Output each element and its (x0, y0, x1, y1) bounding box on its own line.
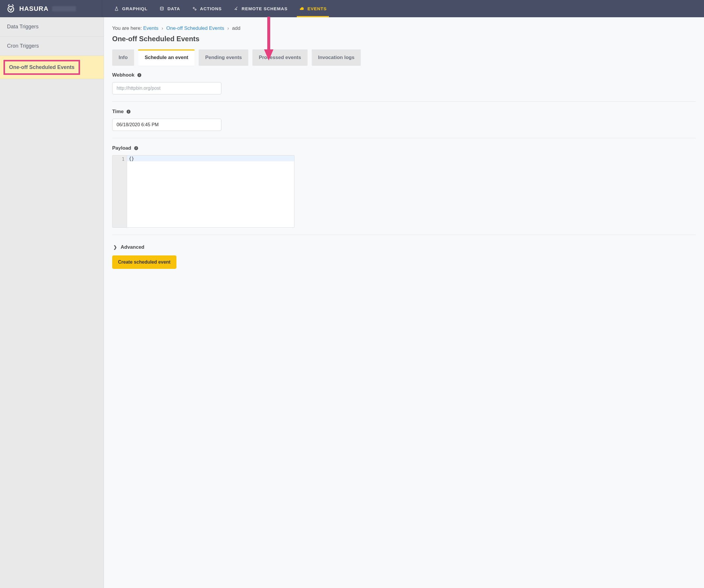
tab-processed-events[interactable]: Processed events (252, 49, 308, 66)
nav-actions[interactable]: ACTIONS (186, 0, 228, 17)
tabs: Info Schedule an event Pending events Pr… (112, 49, 696, 66)
nav-graphiql[interactable]: GRAPHIQL (108, 0, 153, 17)
svg-text:i: i (128, 110, 129, 113)
page-title: One-off Scheduled Events (112, 35, 696, 43)
svg-point-3 (195, 9, 196, 10)
nav-label: REMOTE SCHEMAS (242, 6, 287, 11)
payload-editor[interactable]: 1 {} (112, 155, 294, 228)
time-label: Time (112, 109, 124, 115)
nav-label: ACTIONS (200, 6, 222, 11)
nav-label: GRAPHIQL (122, 6, 148, 11)
logo-group: HASURA (6, 0, 102, 17)
sidebar-item-data-triggers[interactable]: Data Triggers (0, 17, 104, 37)
top-nav: GRAPHIQL DATA ACTIONS REMOTE SCHEMAS EVE… (102, 0, 333, 17)
webhook-input[interactable] (112, 82, 221, 94)
editor-body[interactable]: {} (127, 156, 294, 227)
brand-name: HASURA (19, 5, 49, 12)
info-icon[interactable]: i (133, 146, 138, 151)
sidebar: Data Triggers Cron Triggers One-off Sche… (0, 17, 104, 588)
sidebar-item-cron-triggers[interactable]: Cron Triggers (0, 37, 104, 56)
breadcrumb: You are here: Events › One-off Scheduled… (112, 25, 696, 31)
nav-data[interactable]: DATA (153, 0, 186, 17)
chevron-right-icon: › (162, 25, 163, 31)
sidebar-item-label: Cron Triggers (7, 43, 39, 49)
payload-value: {} (129, 156, 134, 161)
cloud-icon (299, 6, 304, 11)
chevron-right-icon: ❯ (113, 245, 117, 250)
hasura-logo-icon (6, 4, 16, 14)
create-scheduled-event-button[interactable]: Create scheduled event (112, 255, 176, 269)
nav-label: EVENTS (307, 6, 327, 11)
advanced-label: Advanced (121, 244, 144, 250)
time-input[interactable] (112, 119, 221, 131)
nav-label: DATA (167, 6, 180, 11)
main-content: You are here: Events › One-off Scheduled… (104, 17, 704, 588)
webhook-label: Webhook (112, 72, 134, 78)
nav-events[interactable]: EVENTS (293, 0, 333, 17)
gears-icon (192, 6, 197, 11)
line-number: 1 (112, 157, 124, 162)
svg-point-1 (160, 7, 164, 8)
svg-point-2 (193, 7, 194, 8)
breadcrumb-current: add (232, 25, 240, 31)
breadcrumb-link-one-off[interactable]: One-off Scheduled Events (166, 25, 224, 31)
tab-invocation-logs[interactable]: Invocation logs (312, 49, 361, 66)
svg-text:i: i (139, 74, 140, 76)
payload-label: Payload (112, 145, 131, 151)
section-payload: Payload i 1 {} (112, 145, 696, 235)
database-icon (159, 6, 165, 11)
sidebar-item-label: One-off Scheduled Events (3, 60, 80, 75)
svg-text:i: i (135, 147, 136, 150)
chevron-right-icon: › (227, 25, 229, 31)
breadcrumb-prefix: You are here: (112, 25, 142, 31)
flask-icon (114, 6, 119, 11)
plug-icon (233, 6, 239, 11)
sidebar-item-label: Data Triggers (7, 24, 39, 30)
tab-info[interactable]: Info (112, 49, 134, 66)
info-icon[interactable]: i (137, 73, 142, 78)
info-icon[interactable]: i (126, 109, 131, 114)
section-webhook: Webhook i (112, 72, 696, 102)
app-header: HASURA GRAPHIQL DATA ACTIONS REMO (0, 0, 704, 17)
tab-schedule-event[interactable]: Schedule an event (138, 49, 194, 66)
advanced-toggle[interactable]: ❯ Advanced (112, 242, 696, 255)
sidebar-item-one-off-events[interactable]: One-off Scheduled Events (0, 56, 104, 79)
editor-gutter: 1 (112, 156, 127, 227)
nav-remote-schemas[interactable]: REMOTE SCHEMAS (228, 0, 293, 17)
svg-point-0 (8, 6, 14, 12)
breadcrumb-link-events[interactable]: Events (143, 25, 158, 31)
section-time: Time i (112, 109, 696, 138)
tab-pending-events[interactable]: Pending events (199, 49, 248, 66)
version-badge-blurred (52, 6, 76, 11)
